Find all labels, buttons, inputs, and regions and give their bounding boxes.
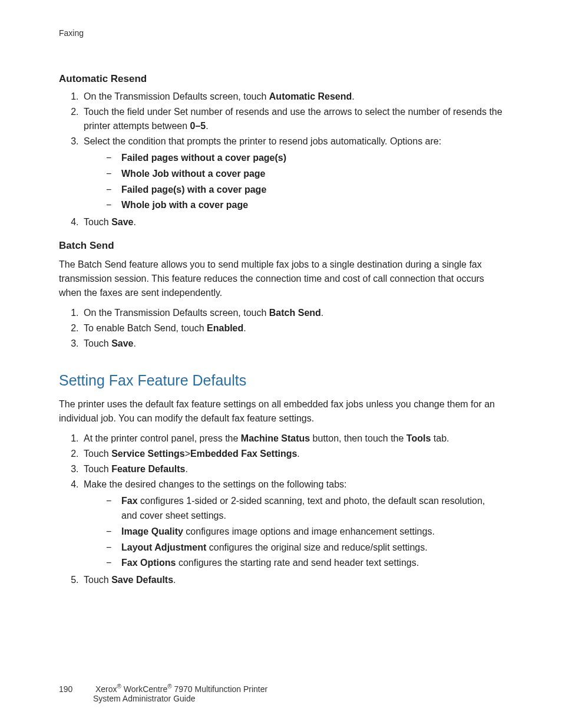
text-bold: Whole job with a cover page bbox=[121, 200, 248, 210]
list-item: Make the desired changes to the settings… bbox=[81, 477, 503, 571]
text: To enable Batch Send, touch bbox=[84, 323, 207, 333]
list-item: On the Transmission Defaults screen, tou… bbox=[81, 306, 503, 320]
text: On the Transmission Defaults screen, tou… bbox=[84, 308, 269, 318]
text: . bbox=[134, 217, 136, 227]
batch-send-steps: On the Transmission Defaults screen, tou… bbox=[59, 306, 503, 351]
text-bold: Fax Options bbox=[121, 558, 176, 568]
text-bold: Fax bbox=[121, 496, 138, 506]
text-bold: Enabled bbox=[207, 323, 243, 333]
list-item: Touch the field under Set number of rese… bbox=[81, 105, 503, 133]
text: 7970 Multifunction Printer bbox=[172, 684, 268, 694]
text: button, then touch the bbox=[310, 433, 406, 443]
text: configures image options and image enhan… bbox=[183, 526, 435, 536]
page-footer: 190 Xerox® WorkCentre® 7970 Multifunctio… bbox=[59, 683, 267, 703]
text-bold: Whole Job without a cover page bbox=[121, 169, 265, 179]
list-item: Touch Service Settings>Embedded Fax Sett… bbox=[81, 447, 503, 461]
text-bold: Failed page(s) with a cover page bbox=[121, 185, 266, 195]
heading-automatic-resend: Automatic Resend bbox=[59, 73, 503, 85]
list-item: On the Transmission Defaults screen, tou… bbox=[81, 90, 503, 104]
text: Select the condition that prompts the pr… bbox=[84, 136, 441, 146]
tabs-list: Fax configures 1-sided or 2-sided scanni… bbox=[84, 494, 503, 571]
text: . bbox=[173, 575, 176, 585]
list-item: Failed pages without a cover page(s) bbox=[106, 151, 503, 166]
list-item: Fax configures 1-sided or 2-sided scanni… bbox=[106, 494, 503, 523]
text-bold: Save Defaults bbox=[111, 575, 173, 585]
list-item: Whole job with a cover page bbox=[106, 198, 503, 213]
text: > bbox=[185, 449, 190, 459]
text: At the printer control panel, press the bbox=[84, 433, 241, 443]
text: Touch bbox=[84, 575, 111, 585]
fax-defaults-intro: The printer uses the default fax feature… bbox=[59, 397, 503, 426]
text: . bbox=[134, 338, 136, 348]
text: configures the original size and reduce/… bbox=[206, 542, 427, 552]
list-item: To enable Batch Send, touch Enabled. bbox=[81, 321, 503, 335]
text-bold: 0–5 bbox=[190, 121, 206, 131]
text-bold: Batch Send bbox=[269, 308, 321, 318]
text: Touch bbox=[84, 449, 111, 459]
text: configures 1-sided or 2-sided scanning, … bbox=[121, 496, 485, 521]
text-bold: Save bbox=[111, 217, 133, 227]
batch-send-intro: The Batch Send feature allows you to sen… bbox=[59, 258, 503, 300]
list-item: At the printer control panel, press the … bbox=[81, 431, 503, 446]
automatic-resend-steps: On the Transmission Defaults screen, tou… bbox=[59, 90, 503, 229]
running-header: Faxing bbox=[59, 28, 503, 38]
text: . bbox=[321, 308, 323, 318]
footer-brand: Xerox® WorkCentre® 7970 Multifunction Pr… bbox=[95, 684, 267, 694]
list-item: Whole Job without a cover page bbox=[106, 167, 503, 182]
list-item: Fax Options configures the starting rate… bbox=[106, 556, 503, 571]
heading-batch-send: Batch Send bbox=[59, 240, 503, 252]
list-item: Touch Save Defaults. bbox=[81, 573, 503, 587]
text: . bbox=[352, 91, 354, 101]
fax-defaults-steps: At the printer control panel, press the … bbox=[59, 431, 503, 587]
footer-line2: System Administrator Guide bbox=[93, 694, 196, 703]
heading-setting-fax-feature-defaults: Setting Fax Feature Defaults bbox=[59, 372, 503, 389]
list-item: Touch Feature Defaults. bbox=[81, 462, 503, 476]
text: On the Transmission Defaults screen, tou… bbox=[84, 91, 269, 101]
text-bold: Machine Status bbox=[241, 433, 310, 443]
options-list: Failed pages without a cover page(s) Who… bbox=[84, 151, 503, 213]
text: WorkCentre bbox=[121, 684, 167, 694]
list-item: Touch Save. bbox=[81, 215, 503, 229]
list-item: Select the condition that prompts the pr… bbox=[81, 134, 503, 213]
text: . bbox=[297, 449, 299, 459]
text: Xerox bbox=[95, 684, 117, 694]
text-bold: Save bbox=[111, 338, 133, 348]
list-item: Touch Save. bbox=[81, 337, 503, 351]
text: . bbox=[243, 323, 246, 333]
page-number: 190 bbox=[59, 684, 93, 694]
list-item: Failed page(s) with a cover page bbox=[106, 183, 503, 197]
text: . bbox=[186, 464, 188, 474]
text: tab. bbox=[431, 433, 449, 443]
registered-icon: ® bbox=[117, 683, 121, 690]
text-bold: Layout Adjustment bbox=[121, 542, 206, 552]
text-bold: Feature Defaults bbox=[111, 464, 185, 474]
text: Make the desired changes to the settings… bbox=[84, 479, 347, 489]
list-item: Layout Adjustment configures the origina… bbox=[106, 541, 503, 555]
text-bold: Tools bbox=[406, 433, 431, 443]
text: Touch bbox=[84, 338, 111, 348]
text-bold: Service Settings bbox=[111, 449, 185, 459]
text: configures the starting rate and send he… bbox=[176, 558, 419, 568]
text-bold: Failed pages without a cover page(s) bbox=[121, 153, 286, 163]
list-item: Image Quality configures image options a… bbox=[106, 525, 503, 539]
text: . bbox=[206, 121, 208, 131]
text-bold: Embedded Fax Settings bbox=[190, 449, 297, 459]
text-bold: Image Quality bbox=[121, 526, 183, 536]
text: Touch bbox=[84, 217, 111, 227]
text: Touch bbox=[84, 464, 111, 474]
text: Touch the field under Set number of rese… bbox=[84, 107, 503, 131]
text-bold: Automatic Resend bbox=[269, 91, 352, 101]
registered-icon: ® bbox=[167, 683, 171, 690]
